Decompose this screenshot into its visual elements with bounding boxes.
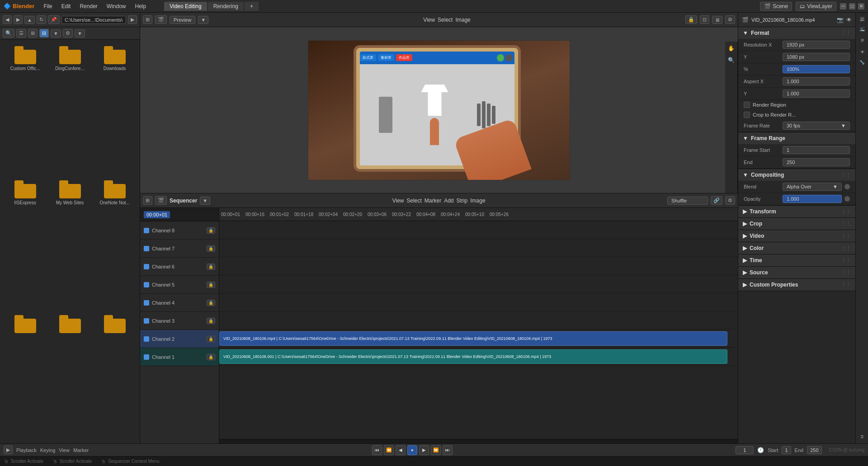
filter-button[interactable]: ⚙ [63,29,73,38]
props-tab-render[interactable]: 📷 [857,25,867,35]
list-view-button[interactable]: ☰ [16,29,26,38]
video-strip-channel-2[interactable]: VID_20210608_180106.mp4 | C:\Users\sesa6… [219,331,727,346]
current-frame-input[interactable]: 1 [736,446,754,454]
preview-settings[interactable]: ⚙ [725,15,735,24]
props-tab-scene[interactable]: 🎬 [857,14,867,24]
time-header[interactable]: ▶ Time ⋮⋮ [738,254,855,266]
seq-toggle-button[interactable]: ⊞ [143,196,152,205]
video-strip-channel-1[interactable]: VID_20210608_180106.001 | C:\Users\sesa6… [219,349,727,364]
channel-1-checkbox[interactable] [144,354,149,360]
shuffle-selector[interactable]: Shuffle [667,197,708,205]
workspace-add-tab[interactable]: + [245,2,259,11]
channel-6-checkbox[interactable] [144,264,149,269]
format-options-icon[interactable]: ⋮⋮ [841,30,851,36]
format-section-header[interactable]: ▼ Format ⋮⋮ [738,27,855,39]
compositing-header[interactable]: ▼ Compositing ⋮⋮ [738,169,855,181]
menu-window[interactable]: Window [103,2,130,10]
frame-range-header[interactable]: ▼ Frame Range [738,132,855,144]
channel-row-2[interactable]: Channel 2 🔒 [140,330,219,348]
track-1[interactable]: VID_20210608_180106.001 | C:\Users\sesa6… [219,348,738,366]
source-options[interactable]: ⋮⋮ [841,270,851,276]
nav-back-button[interactable]: ◀ [3,15,12,24]
channel-2-lock[interactable]: 🔒 [207,336,215,342]
blend-dot-button[interactable] [844,184,850,189]
channel-1-lock[interactable]: 🔒 [207,354,215,360]
jump-end-button[interactable]: ⏭ [443,445,453,455]
props-tab-view[interactable]: 👁 [857,47,867,57]
opacity-value[interactable]: 1.000 [783,195,842,203]
channel-6-lock[interactable]: 🔒 [207,264,215,270]
render-region-checkbox[interactable] [744,102,750,108]
maximize-button[interactable]: □ [849,3,855,9]
channel-7-lock[interactable]: 🔒 [207,245,215,252]
preview-expand-button[interactable]: ▼ [198,16,208,24]
channel-5-lock[interactable]: 🔒 [207,282,215,288]
bottom-view-label[interactable]: View [59,447,70,453]
stop-button[interactable]: ● [407,445,417,455]
channel-4-lock[interactable]: 🔒 [207,300,215,306]
bookmark-button[interactable]: 📌 [48,15,60,24]
track-8[interactable] [219,221,738,239]
channel-row-1[interactable]: Channel 1 🔒 [140,348,219,366]
close-button[interactable]: ✕ [858,3,864,9]
path-expand-button[interactable]: ▶ [128,15,137,24]
time-options[interactable]: ⋮⋮ [841,258,851,264]
seq-expand-button[interactable]: ▼ [200,197,210,205]
scene-selector[interactable]: 🎬 Scene [760,2,792,11]
track-5[interactable] [219,275,738,293]
color-header[interactable]: ▶ Color ⋮⋮ [738,242,855,254]
track-2[interactable]: VID_20210608_180106.mp4 | C:\Users\sesa6… [219,329,738,348]
workspace-tab-rendering[interactable]: Rendering [208,2,244,11]
preview-icon-button[interactable]: 🎬 [155,15,167,24]
track-4[interactable] [219,293,738,311]
menu-file[interactable]: File [40,2,56,10]
filter-options-button[interactable]: ▼ [75,29,85,38]
seq-tool-1[interactable]: 🔗 [711,196,722,205]
seq-add-menu[interactable]: Add [444,198,453,204]
nav-refresh-button[interactable]: ↻ [37,15,46,24]
workspace-tab-video-editing[interactable]: Video Editing [164,2,207,11]
step-back-button[interactable]: ⏪ [384,445,394,455]
grid-view-button[interactable]: ⊞ [28,29,38,38]
props-tab-object[interactable]: 🔧 [857,58,867,68]
seq-image-menu[interactable]: Image [470,198,485,204]
nav-forward-button[interactable]: ▶ [14,15,23,24]
seq-select-menu[interactable]: Select [406,198,421,204]
seq-type-button[interactable]: 🎬 [155,196,167,205]
view-layer-selector[interactable]: 🗂 ViewLayer [796,2,836,11]
list-item[interactable]: IISExpress [4,178,47,310]
strip-settings-icon[interactable]: 📷 [837,17,844,23]
preview-select-menu[interactable]: Select [438,17,453,23]
video-options[interactable]: ⋮⋮ [841,233,851,239]
video-header[interactable]: ▶ Video ⋮⋮ [738,230,855,242]
list-item[interactable]: OneNote Not... [93,178,136,310]
list-item[interactable]: Downloads [93,43,136,176]
props-tab-modifiers[interactable]: M [857,432,867,442]
preview-zoom-fit[interactable]: ⊡ [700,15,709,24]
preview-toggle-button[interactable]: ⊞ [143,15,152,24]
minimize-button[interactable]: ─ [840,3,846,9]
step-forward-button[interactable]: ⏩ [431,445,441,455]
start-value[interactable]: 1 [782,446,791,454]
jump-start-button[interactable]: ⏮ [372,445,382,455]
list-item[interactable] [93,312,136,440]
menu-edit[interactable]: Edit [58,2,75,10]
nav-up-button[interactable]: ▲ [24,16,35,24]
list-item[interactable] [48,312,91,440]
aspect-y-value[interactable]: 1.000 [783,89,850,98]
seq-strip-menu[interactable]: Strip [457,198,468,204]
opacity-dot-button[interactable] [844,196,850,202]
channel-4-checkbox[interactable] [144,300,149,306]
icon-view-button[interactable]: ⊟ [39,29,49,38]
custom-properties-header[interactable]: ▶ Custom Properties ⋮⋮ [738,279,855,291]
channel-5-checkbox[interactable] [144,282,149,287]
search-button[interactable]: 🔍 [3,29,14,38]
frame-start-value[interactable]: 1 [783,146,850,154]
channel-8-lock[interactable]: 🔒 [207,227,215,234]
transform-header[interactable]: ▶ Transform ⋮⋮ [738,206,855,217]
playback-label[interactable]: Playback [16,447,37,453]
channel-2-checkbox[interactable] [144,336,149,342]
seq-marker-menu[interactable]: Marker [425,198,441,204]
blend-selector[interactable]: Alpha Over ▼ [783,183,842,191]
frame-rate-selector[interactable]: 30 fps ▼ [783,122,850,130]
